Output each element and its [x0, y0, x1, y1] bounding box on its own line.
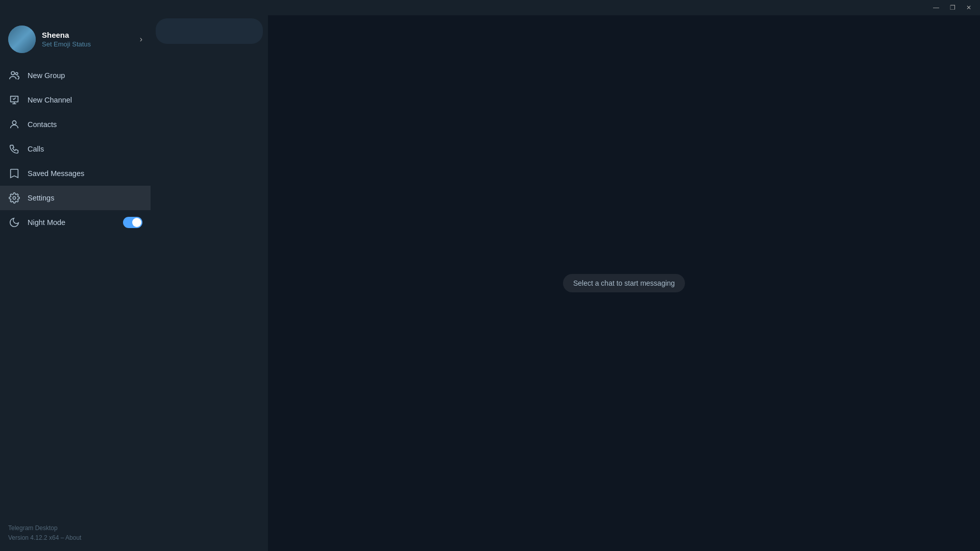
avatar-image: [8, 26, 36, 53]
minimize-button[interactable]: —: [929, 2, 943, 13]
profile-status[interactable]: Set Emoji Status: [42, 40, 134, 48]
menu-items-list: New Group New Channel Contacts: [0, 61, 151, 515]
sidebar-footer: Telegram Desktop Version 4.12.2 x64 – Ab…: [0, 515, 151, 551]
sidebar-item-new-group[interactable]: New Group: [0, 63, 151, 88]
chat-list-area: [151, 15, 268, 551]
sidebar-item-contacts-label: Contacts: [28, 120, 142, 129]
close-button[interactable]: ✕: [962, 2, 976, 13]
profile-section[interactable]: Sheena Set Emoji Status ›: [0, 15, 151, 61]
app-name: Telegram Desktop: [8, 523, 142, 533]
sidebar-item-new-channel-label: New Channel: [28, 96, 142, 104]
sidebar-item-saved-messages-label: Saved Messages: [28, 169, 142, 178]
select-chat-badge: Select a chat to start messaging: [563, 274, 685, 292]
sidebar-item-new-channel[interactable]: New Channel: [0, 88, 151, 112]
app-version[interactable]: Version 4.12.2 x64 – About: [8, 533, 142, 543]
svg-point-0: [11, 71, 14, 74]
title-bar: — ❐ ✕: [0, 0, 980, 15]
gear-icon: [8, 192, 20, 204]
sidebar-menu: Sheena Set Emoji Status › New Group New …: [0, 15, 151, 551]
users-icon: [8, 69, 20, 82]
profile-arrow-icon: ›: [140, 35, 142, 44]
main-layout: Sheena Set Emoji Status › New Group New …: [0, 15, 980, 551]
bookmark-icon: [8, 167, 20, 180]
svg-point-1: [15, 72, 18, 75]
svg-point-3: [13, 196, 16, 199]
moon-icon: [8, 216, 20, 229]
sidebar-item-contacts[interactable]: Contacts: [0, 112, 151, 137]
sidebar-item-night-mode-label: Night Mode: [28, 218, 116, 227]
night-mode-toggle[interactable]: [123, 217, 142, 228]
phone-icon: [8, 143, 20, 155]
avatar: [8, 26, 36, 53]
chat-search-bar[interactable]: [156, 18, 263, 44]
channel-icon: [8, 94, 20, 106]
window-controls: — ❐ ✕: [929, 2, 976, 13]
sidebar-item-new-group-label: New Group: [28, 71, 142, 80]
sidebar-item-calls[interactable]: Calls: [0, 137, 151, 161]
main-content: Select a chat to start messaging: [268, 15, 980, 551]
toggle-knob: [132, 218, 141, 227]
profile-name: Sheena: [42, 31, 134, 39]
sidebar-item-calls-label: Calls: [28, 145, 142, 153]
sidebar-item-settings-label: Settings: [28, 194, 142, 202]
sidebar-item-saved-messages[interactable]: Saved Messages: [0, 161, 151, 186]
profile-info: Sheena Set Emoji Status: [42, 31, 134, 48]
sidebar-item-settings[interactable]: Settings: [0, 186, 151, 210]
maximize-button[interactable]: ❐: [945, 2, 960, 13]
sidebar-item-night-mode[interactable]: Night Mode: [0, 210, 151, 235]
person-icon: [8, 118, 20, 131]
svg-point-2: [12, 121, 16, 124]
